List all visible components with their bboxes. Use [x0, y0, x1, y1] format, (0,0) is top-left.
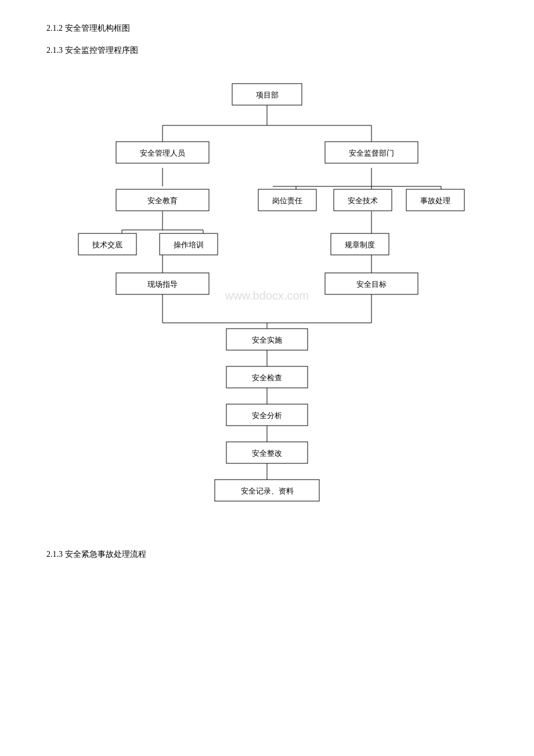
node-xmb: 项目部 [256, 91, 279, 99]
node-aqzg: 安全整改 [252, 449, 282, 458]
page: 2.1.2 安全管理机构框图 2.1.3 安全监控管理程序图 .node-tex… [0, 0, 534, 756]
org-chart-svg: .node-text { font-family: "SimSun", "宋体"… [46, 73, 488, 526]
section-title-3: 2.1.3 安全紧急事故处理流程 [46, 549, 488, 560]
node-gwzr: 岗位责任 [272, 196, 302, 205]
node-aqjc: 安全检查 [252, 373, 282, 382]
node-aqjdpm: 安全监督部门 [349, 149, 394, 157]
node-czpx: 操作培训 [174, 240, 204, 249]
node-gzzd: 规章制度 [345, 240, 375, 249]
node-aqfx: 安全分析 [252, 411, 282, 420]
node-aqjl: 安全记录、资料 [241, 487, 294, 495]
node-xczd: 现场指导 [147, 280, 178, 289]
section-bottom: 2.1.3 安全紧急事故处理流程 [46, 549, 488, 560]
org-chart: .node-text { font-family: "SimSun", "宋体"… [46, 73, 488, 526]
node-aqglry: 安全管理人员 [140, 149, 185, 157]
node-jsjd: 技术交底 [92, 240, 122, 249]
node-aqmb: 安全目标 [356, 280, 387, 289]
section-title-2: 2.1.3 安全监控管理程序图 [46, 45, 488, 56]
section-title-1: 2.1.2 安全管理机构框图 [46, 23, 488, 34]
node-sglc: 事故处理 [420, 196, 450, 205]
watermark-text: www.bdocx.com [225, 289, 309, 302]
node-aqjy: 安全教育 [147, 196, 178, 205]
node-aqjs: 安全技术 [348, 196, 378, 205]
node-aqss: 安全实施 [252, 336, 282, 344]
